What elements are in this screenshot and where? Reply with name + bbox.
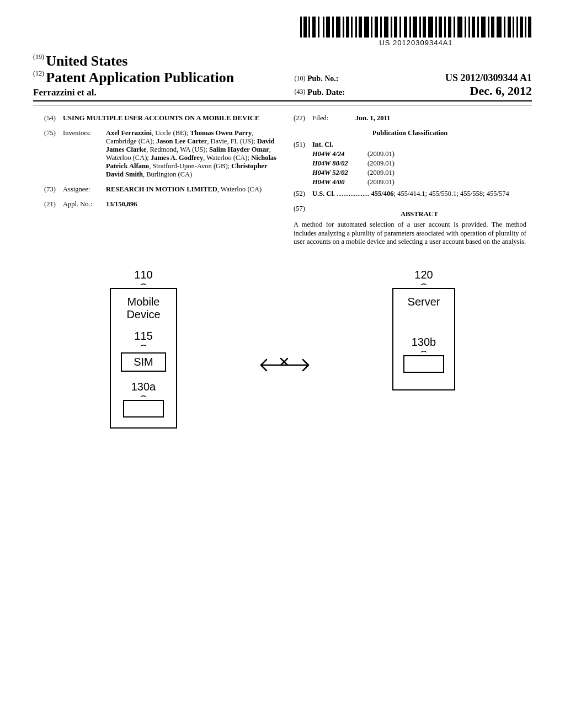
- int-cl-row: H04W 52/02(2009.01): [294, 169, 526, 177]
- svg-rect-40: [491, 17, 494, 38]
- svg-rect-31: [448, 17, 451, 38]
- field-21-label: Appl. No.:: [63, 200, 106, 208]
- svg-rect-47: [525, 17, 526, 38]
- abstract-heading: ABSTRACT: [312, 210, 526, 218]
- svg-rect-30: [444, 17, 446, 38]
- field-73-label: Assignee:: [63, 185, 106, 194]
- abstract-text: A method for automated selection of a us…: [294, 221, 526, 247]
- svg-rect-16: [375, 17, 378, 38]
- svg-rect-45: [516, 17, 518, 38]
- svg-rect-0: [300, 17, 302, 38]
- int-cl-year: (2009.01): [367, 178, 395, 186]
- field-52-num: (52): [294, 190, 312, 198]
- ref-arc-icon: ⌢: [121, 342, 166, 347]
- field-54-num: (54): [44, 114, 63, 122]
- inventor-loc: , Waterloo (CA);: [203, 154, 251, 162]
- svg-rect-5: [323, 17, 324, 38]
- invention-title: USING MULTIPLE USER ACCOUNTS ON A MOBILE…: [63, 114, 277, 122]
- field-73-num: (73): [44, 185, 63, 194]
- svg-rect-46: [520, 17, 523, 38]
- server-label: Server: [403, 296, 444, 308]
- inventor-name: James A. Godfrey: [151, 154, 203, 162]
- svg-rect-41: [497, 17, 502, 38]
- svg-rect-44: [513, 17, 514, 38]
- field-75-num: (75): [44, 129, 63, 179]
- svg-rect-32: [454, 17, 455, 38]
- svg-rect-12: [355, 17, 357, 38]
- pub-date: Dec. 6, 2012: [470, 84, 532, 98]
- svg-rect-10: [346, 17, 349, 38]
- authors-line: Ferrazzini et al.: [33, 87, 295, 98]
- prefix-12: (12): [33, 69, 44, 77]
- inventor-loc: , Uccle (BE);: [152, 129, 190, 137]
- field-51-label: Int. Cl.: [312, 141, 333, 149]
- prefix-10: (10): [295, 74, 306, 82]
- doc-type: Patent Application Publication: [46, 69, 234, 85]
- assignee: RESEARCH IN MOTION LIMITED, Waterloo (CA…: [106, 185, 277, 194]
- header: (19) United States (12) Patent Applicati…: [33, 53, 532, 101]
- svg-rect-18: [384, 17, 388, 38]
- int-cl-row: H04W 88/02(2009.01): [294, 159, 526, 168]
- inventor-name: Axel Ferrazzini: [106, 129, 152, 137]
- right-column: (22) Filed: Jun. 1, 2011 Publication Cla…: [294, 114, 526, 247]
- barcode-section: US 20120309344A1: [33, 17, 532, 47]
- svg-rect-19: [391, 17, 392, 38]
- pub-no-label: Pub. No.:: [307, 74, 338, 83]
- svg-rect-29: [439, 17, 442, 38]
- int-cl-year: (2009.01): [367, 159, 395, 168]
- us-cl-main: 455/406: [371, 190, 394, 197]
- svg-rect-43: [508, 17, 511, 38]
- field-22-num: (22): [294, 114, 312, 122]
- field-75-label: Inventors:: [63, 129, 106, 179]
- svg-rect-14: [364, 17, 369, 38]
- svg-rect-24: [413, 17, 417, 38]
- svg-rect-35: [468, 17, 470, 38]
- svg-rect-23: [409, 17, 411, 38]
- int-cl-row: H04W 4/00(2009.01): [294, 178, 526, 186]
- assignee-name: RESEARCH IN MOTION LIMITED: [106, 185, 217, 193]
- int-cl-code: H04W 4/00: [312, 178, 367, 186]
- inventor-loc: , Stratford-Upon-Avon (GB);: [149, 162, 231, 170]
- us-cl-label: U.S. Cl.: [312, 190, 335, 197]
- pub-date-label: Pub. Date:: [307, 88, 345, 97]
- mobile-device-label: MobileDevice: [121, 296, 166, 321]
- filed-date: Jun. 1, 2011: [355, 114, 526, 122]
- us-cl-dots: ...................: [335, 190, 371, 197]
- left-column: (54) USING MULTIPLE USER ACCOUNTS ON A M…: [44, 114, 277, 247]
- us-cl-rest: ; 455/414.1; 455/550.1; 455/558; 455/574: [394, 190, 509, 197]
- prefix-43: (43): [295, 88, 306, 95]
- bidirectional-arrow-icon: [254, 354, 315, 376]
- svg-rect-15: [371, 17, 372, 38]
- field-22-label: Filed:: [312, 114, 355, 122]
- appl-no: 13/150,896: [106, 200, 277, 208]
- inventor-loc: , Redmond, WA (US);: [146, 146, 209, 153]
- svg-rect-36: [472, 17, 475, 38]
- svg-rect-7: [332, 17, 334, 38]
- svg-rect-4: [318, 17, 319, 38]
- field-57-num: (57): [294, 205, 312, 218]
- svg-rect-6: [326, 17, 330, 38]
- int-cl-code: H04W 52/02: [312, 169, 367, 177]
- box-130a: [123, 400, 164, 417]
- int-cl-row: H04W 4/24(2009.01): [294, 150, 526, 158]
- ref-arc-icon: ⌢: [403, 349, 444, 353]
- svg-rect-42: [504, 17, 505, 38]
- svg-rect-20: [394, 17, 397, 38]
- svg-rect-17: [380, 17, 382, 38]
- svg-rect-38: [481, 17, 486, 38]
- svg-rect-1: [303, 17, 307, 38]
- ref-arc-icon: ⌢: [392, 281, 455, 286]
- svg-rect-33: [457, 17, 462, 38]
- svg-rect-11: [351, 17, 353, 38]
- int-cl-list: H04W 4/24(2009.01)H04W 88/02(2009.01)H04…: [294, 150, 526, 186]
- pub-no: US 2012/0309344 A1: [445, 72, 532, 84]
- us-cl: U.S. Cl. ................... 455/406; 45…: [312, 190, 526, 198]
- country: United States: [46, 53, 127, 69]
- inventor-loc: , Davie, FL (US);: [207, 137, 257, 145]
- figure: 110 ⌢ MobileDevice 115 ⌢ SIM 130a ⌢: [33, 269, 532, 429]
- inventor-name: Jason Lee Carter: [156, 137, 207, 145]
- svg-rect-39: [488, 17, 489, 38]
- inventors-list: Axel Ferrazzini, Uccle (BE); Thomas Owen…: [106, 129, 277, 179]
- barcode: US 20120309344A1: [300, 17, 532, 47]
- svg-rect-27: [428, 17, 433, 38]
